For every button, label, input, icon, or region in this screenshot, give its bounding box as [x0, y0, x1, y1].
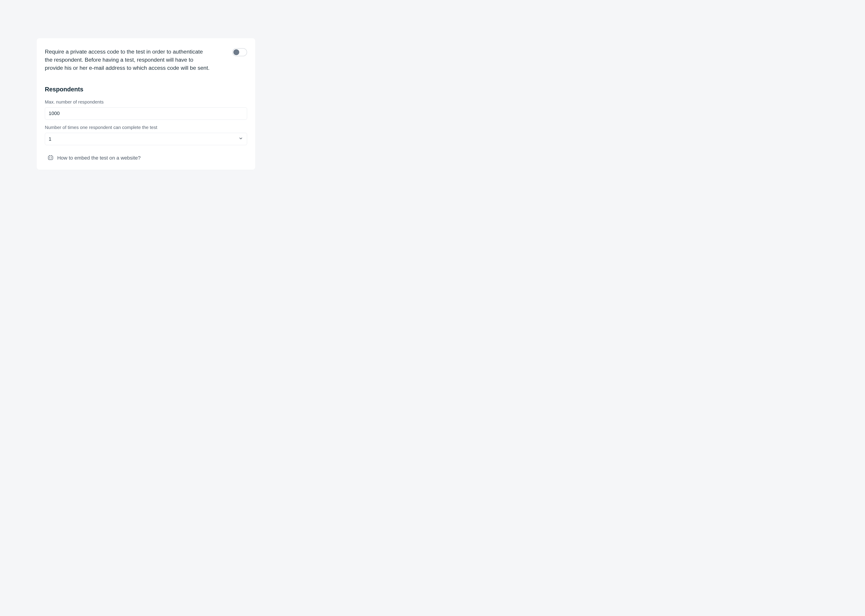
- embed-link-text: How to embed the test on a website?: [57, 155, 140, 161]
- access-code-toggle[interactable]: [232, 48, 247, 56]
- access-code-description: Require a private access code to the tes…: [45, 48, 211, 72]
- svg-rect-0: [48, 156, 53, 160]
- access-code-row: Require a private access code to the tes…: [45, 48, 247, 72]
- max-respondents-label: Max. number of respondents: [45, 99, 247, 105]
- max-respondents-input[interactable]: [45, 107, 247, 120]
- settings-card: Require a private access code to the tes…: [37, 38, 255, 170]
- max-respondents-field-group: Max. number of respondents: [45, 99, 247, 125]
- attempts-label: Number of times one respondent can compl…: [45, 125, 247, 130]
- embed-icon: [47, 155, 54, 162]
- attempts-field-group: Number of times one respondent can compl…: [45, 125, 247, 145]
- attempts-select-wrapper: 1: [45, 133, 247, 145]
- embed-link[interactable]: How to embed the test on a website?: [45, 155, 247, 162]
- attempts-select[interactable]: 1: [45, 133, 247, 145]
- toggle-knob-icon: [233, 49, 239, 55]
- respondents-heading: Respondents: [45, 86, 247, 93]
